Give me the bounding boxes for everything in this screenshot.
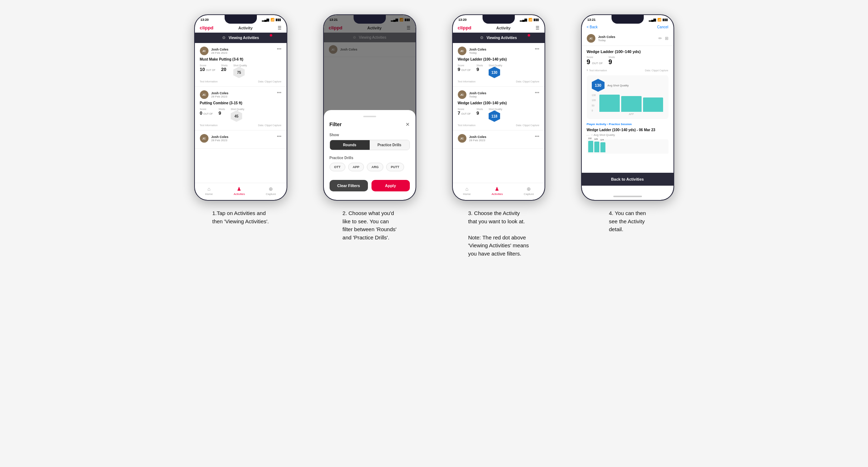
nav-home-1[interactable]: ⌂ Home xyxy=(205,186,213,196)
activity-card-1[interactable]: JC Josh Coles 28 Feb 2023 ••• Must Make … xyxy=(195,43,287,87)
cancel-button-4[interactable]: Cancel xyxy=(657,25,668,29)
sq-badge-3a: 130 xyxy=(489,67,500,78)
nav-capture-label-3: Capture xyxy=(524,192,534,196)
back-to-activities-btn[interactable]: Back to Activities xyxy=(582,173,673,186)
practice-session-label-text[interactable]: Practice Session xyxy=(609,123,632,126)
mini-chart-container: 132 129 124 xyxy=(582,139,673,154)
avatar-1: JC xyxy=(200,47,208,55)
y-label-5: 130 xyxy=(592,94,596,96)
bottom-nav-1: ⌂ Home ♟ Activities ⊕ Capture xyxy=(195,183,287,200)
chip-arg[interactable]: ARG xyxy=(367,163,383,171)
activity-card-3[interactable]: JC Josh Coles 28 Feb 2023 ••• xyxy=(195,130,287,149)
viewing-banner-text-1: Viewing Activities xyxy=(229,36,259,40)
sq-hexagon: 130 xyxy=(592,79,605,92)
activity-card-3b[interactable]: JC Josh Coles Today ••• Wedge Ladder (10… xyxy=(453,87,545,130)
sq-label-3b: Shot Quality xyxy=(489,108,502,110)
card-footer-3a: Test Information Data: Clippd Capture xyxy=(458,80,539,83)
rounds-toggle[interactable]: Rounds xyxy=(330,140,370,150)
menu-icon-3[interactable]: ☰ xyxy=(536,25,539,30)
detail-shots: 9 xyxy=(609,58,615,66)
detail-data-text: Data: Clippd Capture xyxy=(645,69,668,72)
chart-y-labels: 130 100 50 0 xyxy=(592,94,596,112)
chip-ott[interactable]: OTT xyxy=(330,163,345,171)
practice-session-section: Player Activity › Practice Session xyxy=(582,123,673,128)
user-date-2: 28 Feb 2023 xyxy=(211,95,229,98)
nav-activities-1[interactable]: ♟ Activities xyxy=(234,186,245,196)
detail-stats-row: Score 9 OUT OF Shots 9 xyxy=(587,56,668,66)
card-footer-1: Test Information Data: Clippd Capture xyxy=(200,80,282,83)
detail-user-name: Josh Coles xyxy=(598,35,615,39)
battery-icon-4: ▮▮▮ xyxy=(662,18,668,22)
phone-3: 13:20 ▂▄▆ 📶 ▮▮▮ clippd Activity ☰ ⚙ V xyxy=(452,14,545,201)
brand-logo-3: clippd xyxy=(458,25,471,30)
viewing-banner-text-3: Viewing Activities xyxy=(486,36,517,40)
activity-card-3a[interactable]: JC Josh Coles Today ••• Wedge Ladder (10… xyxy=(453,43,545,87)
chip-app[interactable]: APP xyxy=(348,163,364,171)
practice-drills-toggle[interactable]: Practice Drills xyxy=(370,140,409,150)
clear-filters-button[interactable]: Clear Filters xyxy=(330,180,368,191)
step-4-column: 13:21 ▂▄▆ 📶 ▮▮▮ < Back Cancel JC xyxy=(570,14,685,234)
more-icon-2[interactable]: ••• xyxy=(277,90,282,95)
score-label-1: Score xyxy=(200,64,216,67)
more-icon-3a[interactable]: ••• xyxy=(535,47,539,52)
close-button[interactable]: ✕ xyxy=(406,121,410,127)
detail-user-date: Today xyxy=(598,39,615,42)
wifi-icon-3: 📶 xyxy=(528,18,532,22)
step-2-text: 2. Choose what you'd like to see. You ca… xyxy=(342,210,397,240)
activity-card-3c[interactable]: JC Josh Coles 28 Feb 2023 ••• xyxy=(453,130,545,149)
expand-icon[interactable]: ⊞ xyxy=(665,36,668,41)
step-4-text: 4. You can then see the Activity detail. xyxy=(609,210,646,232)
detail-score: 9 OUT OF xyxy=(587,58,603,66)
activity-title-3b: Wedge Ladder (100–140 yds) xyxy=(458,101,539,105)
nav-capture-3[interactable]: ⊕ Capture xyxy=(524,186,534,196)
apply-button[interactable]: Apply xyxy=(371,180,410,191)
user-date-1: 28 Feb 2023 xyxy=(211,51,229,54)
sq-label-3a: Shot Quality xyxy=(489,64,502,67)
battery-icon-1: ▮▮▮ xyxy=(275,18,281,22)
nav-home-3[interactable]: ⌂ Home xyxy=(463,186,471,196)
avatar-2: JC xyxy=(200,90,208,99)
viewing-banner-1[interactable]: ⚙ Viewing Activities xyxy=(195,33,287,43)
sq-badge-1: 75 xyxy=(233,67,245,78)
activities-icon-3: ♟ xyxy=(495,186,499,192)
info-icon: ℹ xyxy=(587,69,588,72)
sq-badge-3b: 118 xyxy=(489,110,500,122)
detail-back-bar: < Back Cancel xyxy=(582,23,673,31)
activity-card-2[interactable]: JC Josh Coles 28 Feb 2023 ••• Putting Co… xyxy=(195,87,287,130)
score-value-3b: 7 OUT OF xyxy=(458,110,471,116)
wifi-icon-4: 📶 xyxy=(657,18,661,22)
more-icon-3b[interactable]: ••• xyxy=(535,90,539,95)
bottom-nav-3: ⌂ Home ♟ Activities ⊕ Capture xyxy=(453,183,545,200)
capture-icon-1: ⊕ xyxy=(269,186,273,192)
detail-activity-title: Wedge Ladder (100–140 yds) xyxy=(587,49,668,54)
out-of-3b: OUT OF xyxy=(461,113,471,115)
user-info-1: JC Josh Coles 28 Feb 2023 xyxy=(200,47,229,55)
chip-putt[interactable]: PUTT xyxy=(386,163,404,171)
signal-icon-3: ▂▄▆ xyxy=(520,18,527,22)
nav-capture-1[interactable]: ⊕ Capture xyxy=(266,186,276,196)
back-button[interactable]: < Back xyxy=(587,25,598,29)
mini-chart: 132 129 124 xyxy=(587,139,668,154)
shots-label-1: Shots xyxy=(221,64,227,67)
toggle-row: Rounds Practice Drills xyxy=(330,140,410,150)
more-icon-3c[interactable]: ••• xyxy=(535,134,539,139)
user-date-3b: Today xyxy=(469,95,486,98)
more-icon-3[interactable]: ••• xyxy=(277,134,282,139)
score-value-1: 10 OUT OF xyxy=(200,67,216,72)
edit-icon[interactable]: ✏ xyxy=(658,36,662,41)
card-data-1: Data: Clippd Capture xyxy=(258,80,281,83)
nav-activities-3[interactable]: ♟ Activities xyxy=(491,186,503,196)
avatar-3a: JC xyxy=(458,47,466,55)
detail-user-left: JC Josh Coles Today xyxy=(587,34,615,43)
brand-logo-1: clippd xyxy=(200,25,214,30)
avg-sq-label: Avg Shot Quality xyxy=(608,84,629,87)
detail-action-icons: ✏ ⊞ xyxy=(658,36,668,41)
app-header-1: clippd Activity ☰ xyxy=(195,23,287,33)
activity-title-2: Putting Combine (3-15 ft) xyxy=(200,101,282,105)
activity-title-3a: Wedge Ladder (100–140 yds) xyxy=(458,57,539,61)
menu-icon-1[interactable]: ☰ xyxy=(278,25,282,30)
more-icon-1[interactable]: ••• xyxy=(277,47,282,52)
viewing-banner-3[interactable]: ⚙ Viewing Activities xyxy=(453,33,545,43)
filter-modal: Filter ✕ Show Rounds Practice Drills Pra… xyxy=(324,110,416,200)
card-footer-2: Test Information Data: Clippd Capture xyxy=(200,124,282,127)
